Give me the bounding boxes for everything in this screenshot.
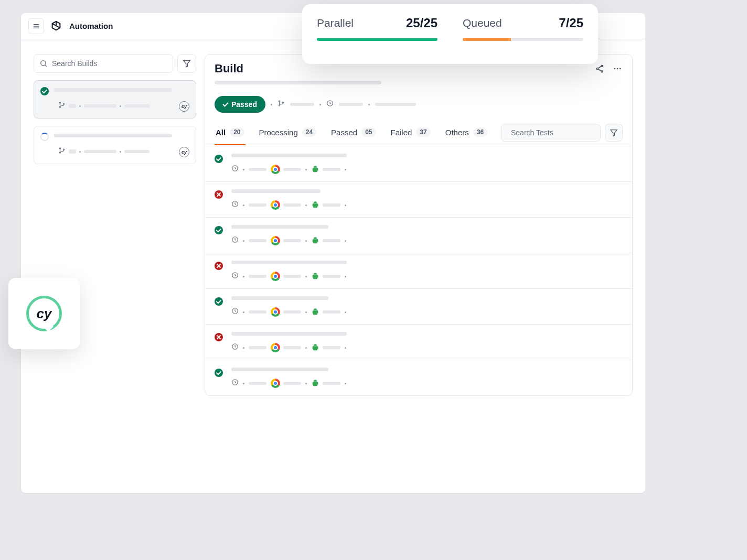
skeleton-line (323, 346, 340, 349)
tab-label: All (216, 128, 226, 137)
content-area: cy cy Build (21, 39, 645, 396)
status-badge (215, 261, 223, 281)
skeleton-line (283, 310, 301, 314)
menu-button[interactable] (28, 18, 44, 34)
filter-tests-button[interactable] (605, 124, 623, 142)
skeleton-line (283, 168, 301, 171)
skeleton-line (231, 225, 328, 229)
tab-all[interactable]: All20 (215, 120, 246, 145)
branch-icon (278, 100, 285, 109)
filter-builds-button[interactable] (177, 54, 196, 73)
cypress-logo-icon: cy (26, 296, 62, 331)
separator-dot (305, 240, 307, 242)
svg-point-12 (601, 65, 603, 67)
test-row[interactable] (205, 289, 632, 325)
check-icon (40, 87, 49, 95)
test-row[interactable] (205, 325, 632, 360)
browser-chip (271, 200, 301, 210)
svg-point-18 (617, 68, 618, 70)
tab-others[interactable]: Others36 (444, 120, 488, 145)
search-builds-input[interactable] (52, 59, 167, 68)
build-actions (594, 63, 623, 74)
build-list-item[interactable]: cy (34, 126, 196, 164)
svg-line-4 (45, 65, 47, 67)
tab-label: Others (445, 128, 469, 137)
tab-failed[interactable]: Failed37 (390, 120, 432, 145)
status-badge (215, 189, 223, 210)
test-meta (231, 165, 623, 174)
filter-icon (183, 59, 191, 68)
metric-value: 7/25 (559, 16, 583, 30)
svg-point-19 (620, 68, 621, 70)
sidebar-search-row (34, 54, 196, 73)
browser-chip (271, 272, 301, 281)
skeleton-line (249, 382, 266, 385)
clock-icon (231, 307, 239, 317)
skeleton-line (231, 296, 328, 300)
separator-dot (243, 347, 244, 349)
search-tests-input[interactable] (511, 128, 603, 137)
search-builds-field[interactable] (34, 54, 173, 73)
test-row[interactable] (205, 182, 632, 218)
tab-passed[interactable]: Passed05 (330, 120, 377, 145)
tab-processing[interactable]: Processing24 (258, 120, 318, 145)
tabs-row: All20Processing24Passed05Failed37Others3… (205, 120, 632, 146)
svg-point-20 (279, 101, 280, 102)
test-row[interactable] (205, 146, 632, 182)
status-badge (215, 296, 223, 317)
browser-chip (271, 307, 301, 317)
browser-chip (271, 165, 301, 174)
filter-icon (610, 128, 618, 137)
test-row[interactable] (205, 253, 632, 289)
test-body (231, 261, 623, 281)
progress-bar (317, 38, 437, 41)
skeleton-line (249, 203, 266, 207)
test-body (231, 225, 623, 245)
android-icon (311, 343, 319, 352)
test-row[interactable] (205, 360, 632, 395)
svg-point-13 (596, 68, 598, 70)
test-body (231, 368, 623, 388)
svg-point-8 (63, 103, 64, 104)
skeleton-line (323, 275, 340, 278)
check-icon (215, 369, 223, 377)
skeleton-line (283, 203, 301, 207)
svg-marker-26 (611, 130, 617, 136)
android-icon (311, 308, 319, 316)
os-chip (311, 201, 340, 209)
share-button[interactable] (594, 63, 605, 74)
svg-point-10 (59, 152, 60, 153)
tab-count: 05 (361, 127, 376, 137)
svg-line-15 (598, 67, 601, 69)
separator-dot (243, 276, 244, 277)
skeleton-line (375, 103, 416, 106)
logo-icon (50, 20, 62, 32)
separator-dot (79, 105, 81, 107)
skeleton-line (231, 189, 321, 193)
separator-dot (305, 204, 307, 206)
separator-dot (345, 383, 346, 384)
test-row[interactable] (205, 218, 632, 253)
build-list-item[interactable]: cy (34, 80, 196, 119)
spinner-icon (40, 133, 49, 141)
cypress-badge-icon: cy (179, 147, 189, 157)
main-pane: Build (205, 54, 633, 396)
cypress-badge-icon: cy (179, 101, 189, 112)
more-button[interactable] (612, 63, 623, 74)
status-badge (215, 225, 223, 245)
skeleton-line (84, 104, 116, 107)
separator-dot (305, 276, 307, 277)
test-meta (231, 236, 623, 245)
test-meta (231, 343, 623, 352)
separator-dot (305, 347, 307, 349)
separator-dot (345, 240, 346, 242)
check-icon (215, 226, 223, 234)
separator-dot (345, 347, 346, 349)
chrome-icon (271, 379, 280, 388)
tab-count: 36 (473, 127, 487, 137)
brand-title: Automation (69, 21, 113, 30)
search-tests-field[interactable] (501, 124, 601, 142)
svg-point-7 (59, 106, 60, 107)
skeleton-line (231, 154, 347, 157)
svg-point-14 (601, 71, 603, 72)
